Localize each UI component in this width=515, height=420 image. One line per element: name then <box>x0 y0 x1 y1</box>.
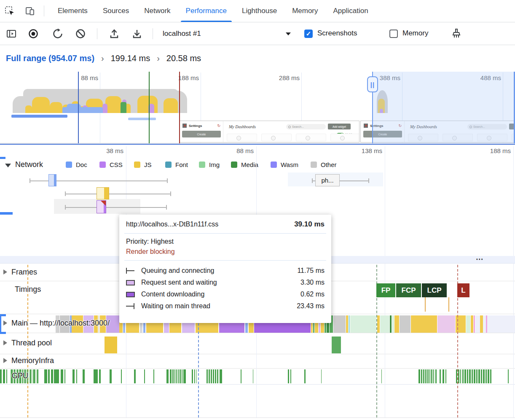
upload-profile-icon[interactable] <box>109 28 120 39</box>
gpu-task-bar[interactable] <box>209 369 210 383</box>
flame-chart-segment[interactable] <box>377 315 380 333</box>
flame-chart-segment[interactable] <box>471 315 473 333</box>
gpu-task-bar[interactable] <box>121 369 122 383</box>
gpu-task-bar[interactable] <box>83 369 85 383</box>
gpu-task-bar[interactable] <box>194 369 195 383</box>
gpu-task-bar[interactable] <box>423 369 424 383</box>
timeline-overview[interactable]: 88 ms188 ms288 ms388 ms488 msSettings↻Cr… <box>0 72 515 143</box>
flame-chart-segment[interactable] <box>437 315 455 333</box>
thread-pool-task-block[interactable] <box>105 337 117 353</box>
screenshots-checkbox[interactable]: ✓ <box>304 30 313 38</box>
gpu-task-bar[interactable] <box>488 369 489 383</box>
gpu-task-bar[interactable] <box>458 369 459 383</box>
collect-garbage-icon[interactable] <box>451 28 462 39</box>
gpu-task-bar[interactable] <box>3 369 5 383</box>
gpu-task-bar[interactable] <box>183 369 186 383</box>
gpu-task-bar[interactable] <box>421 369 422 383</box>
expand-arrow-icon[interactable] <box>3 340 7 345</box>
breadcrumb-full-range[interactable]: Full range (954.07 ms) <box>6 54 94 63</box>
expand-arrow-icon[interactable] <box>3 320 7 326</box>
gpu-task-bar[interactable] <box>462 369 464 383</box>
breadcrumb-crumb-2[interactable]: 20.58 ms <box>166 54 201 63</box>
flame-chart-segment[interactable] <box>392 315 394 333</box>
expand-arrow-icon[interactable] <box>3 269 7 275</box>
gpu-task-bar[interactable] <box>220 369 222 383</box>
gpu-task-bar[interactable] <box>192 369 193 383</box>
gpu-task-bar[interactable] <box>54 369 59 383</box>
gpu-task-bar[interactable] <box>144 369 145 383</box>
flame-chart-segment[interactable] <box>333 315 346 333</box>
download-profile-icon[interactable] <box>131 28 142 39</box>
gpu-task-bar[interactable] <box>196 369 197 383</box>
gpu-task-bar[interactable] <box>170 369 172 383</box>
gpu-task-bar[interactable] <box>443 369 444 383</box>
gpu-task-bar[interactable] <box>440 369 441 383</box>
gpu-task-bar[interactable] <box>182 369 182 383</box>
gpu-task-bar[interactable] <box>433 369 434 383</box>
gpu-task-bar[interactable] <box>33 369 35 383</box>
gpu-task-bar[interactable] <box>478 369 480 383</box>
gpu-task-bar[interactable] <box>172 369 174 383</box>
thread-pool-track-row[interactable]: Thread pool <box>0 333 515 354</box>
gpu-task-bar[interactable] <box>481 369 482 383</box>
gpu-task-bar[interactable] <box>469 369 471 383</box>
overflow-menu-dots[interactable]: ⋯ <box>476 255 484 264</box>
gpu-task-bar[interactable] <box>418 369 420 383</box>
thread-pool-task-block[interactable] <box>332 337 341 353</box>
gpu-task-bar[interactable] <box>429 369 430 383</box>
gpu-task-bar[interactable] <box>166 369 169 383</box>
gpu-task-bar[interactable] <box>485 369 487 383</box>
tab-elements[interactable]: Elements <box>50 0 95 22</box>
gpu-task-bar[interactable] <box>381 369 382 383</box>
gpu-task-bar[interactable] <box>51 369 53 383</box>
flame-chart-segment[interactable] <box>466 315 470 333</box>
gpu-task-bar[interactable] <box>37 369 38 383</box>
flame-chart-segment[interactable] <box>390 315 392 333</box>
gpu-task-bar[interactable] <box>321 369 322 383</box>
tab-performance[interactable]: Performance <box>178 0 234 22</box>
flame-chart-segment[interactable] <box>400 315 410 333</box>
gpu-task-bar[interactable] <box>6 369 7 383</box>
gpu-task-bar[interactable] <box>134 369 136 383</box>
gpu-task-bar[interactable] <box>490 369 491 383</box>
gpu-task-bar[interactable] <box>467 369 468 383</box>
selection-drag-handle[interactable]: || <box>367 76 378 92</box>
flame-chart-segment[interactable] <box>411 315 437 333</box>
gpu-task-bar[interactable] <box>288 369 289 383</box>
gpu-task-bar[interactable] <box>30 369 31 383</box>
tab-network[interactable]: Network <box>137 0 178 22</box>
network-request-bar[interactable] <box>97 187 109 199</box>
history-select[interactable]: localhost #1 <box>163 28 291 40</box>
gpu-task-bar[interactable] <box>64 369 65 383</box>
gpu-task-bar[interactable] <box>180 369 181 383</box>
record-icon[interactable] <box>28 28 39 39</box>
gpu-task-bar[interactable] <box>211 369 212 383</box>
gpu-task-bar[interactable] <box>0 369 2 383</box>
flame-chart-segment[interactable] <box>474 315 475 333</box>
gpu-task-bar[interactable] <box>425 369 426 383</box>
tab-memory[interactable]: Memory <box>284 0 325 22</box>
expand-arrow-icon[interactable] <box>3 358 7 363</box>
flame-chart-segment[interactable] <box>486 315 487 333</box>
gpu-task-bar[interactable] <box>474 369 475 383</box>
tab-lighthouse[interactable]: Lighthouse <box>234 0 284 22</box>
gpu-task-bar[interactable] <box>153 369 154 383</box>
gpu-task-bar[interactable] <box>176 369 177 383</box>
gpu-task-bar[interactable] <box>483 369 485 383</box>
gpu-task-bar[interactable] <box>304 369 306 383</box>
toggle-sidebar-icon[interactable] <box>6 28 17 39</box>
network-request-bar[interactable] <box>48 174 56 186</box>
gpu-task-bar[interactable] <box>445 369 446 383</box>
gpu-task-bar[interactable] <box>435 369 437 383</box>
gpu-task-bar[interactable] <box>61 369 63 383</box>
gpu-task-bar[interactable] <box>253 369 253 383</box>
gpu-task-bar[interactable] <box>241 369 241 383</box>
chevron-down-icon[interactable] <box>5 164 11 167</box>
gpu-task-bar[interactable] <box>217 369 218 383</box>
filmstrip-screenshot[interactable]: Settings↻CreateMy DashboardsSearch...Add… <box>179 121 359 143</box>
memory-infra-track-row[interactable]: MemoryInfra <box>0 354 515 369</box>
record-and-reload-icon[interactable] <box>52 28 63 39</box>
gpu-task-bar[interactable] <box>464 369 466 383</box>
flame-chart-segment[interactable] <box>346 315 348 333</box>
gpu-task-bar[interactable] <box>508 369 509 383</box>
